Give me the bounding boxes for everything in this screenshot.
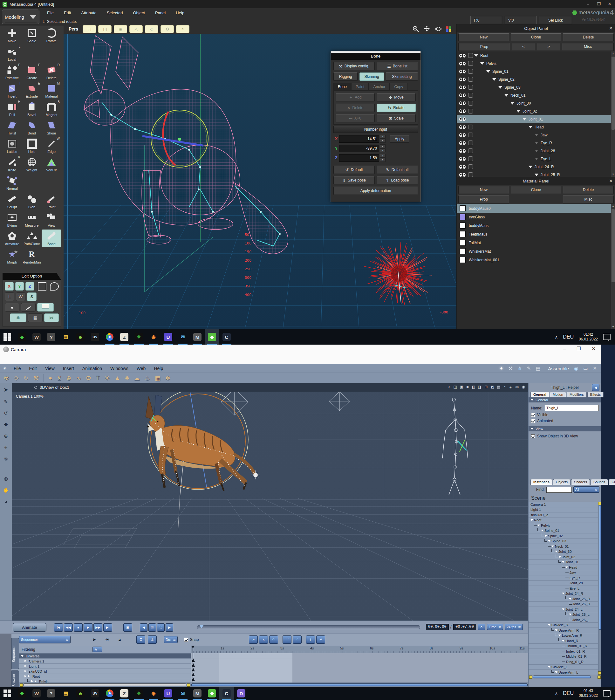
apply-deformation-button[interactable]: Apply deformation (334, 187, 418, 195)
timeline-row-universe[interactable]: Universe (19, 653, 191, 659)
object-tree-row[interactable]: Head (457, 123, 615, 131)
scale-tool-icon[interactable]: ⚒ (33, 374, 39, 382)
tween-formula-button[interactable]: ƒ (306, 636, 315, 644)
close-icon[interactable]: ✕ (604, 0, 615, 8)
rect-select-icon[interactable] (38, 282, 47, 290)
back-arrow-button[interactable]: ◀ (592, 384, 600, 391)
visibility-eyes-icon[interactable] (459, 157, 466, 161)
grid-snap-button[interactable]: ▦ (28, 313, 42, 322)
menu-file[interactable]: File (10, 364, 25, 373)
tool-bone[interactable]: Bone (42, 229, 61, 247)
spin-up-icon[interactable]: ▲ (380, 144, 386, 148)
keyframe-icon[interactable] (192, 677, 195, 681)
expand-icon[interactable] (538, 525, 540, 526)
panel-button-clone[interactable]: Clone (511, 186, 562, 194)
texture-room-icon[interactable]: ✎ (527, 365, 531, 371)
menu-file[interactable]: File (42, 8, 58, 18)
scene-tree-row[interactable]: Camera 1 (529, 502, 601, 507)
expand-icon[interactable] (511, 102, 514, 104)
tool-bend[interactable]: Bend (22, 119, 42, 136)
pan-icon[interactable] (423, 25, 431, 33)
add-key-button[interactable]: ⚿ (148, 623, 156, 632)
split-2-icon[interactable]: ◧ (471, 385, 475, 390)
taskbar-app-marmoset[interactable]: M (190, 687, 205, 700)
material-row[interactable]: boddyMaus (457, 221, 615, 230)
visibility-eyes-icon[interactable] (459, 101, 466, 105)
expand-icon[interactable] (555, 551, 557, 552)
tool-twist[interactable]: Twist (2, 119, 22, 136)
delete-key-button[interactable]: ⛶ (157, 623, 165, 632)
maximize-icon[interactable]: ❐ (593, 0, 604, 8)
scene-tree-row[interactable]: Joint_25_R (529, 596, 601, 602)
menu-help[interactable]: Help (171, 8, 189, 18)
bone-scale-button[interactable]: ⊡Scale (377, 114, 416, 122)
sel-lock-button[interactable]: Sel Lock (539, 16, 572, 24)
expand-icon[interactable] (558, 556, 561, 558)
view-shade-button[interactable]: △ (129, 25, 143, 33)
tool-view[interactable]: View (42, 211, 61, 228)
expand-icon[interactable] (535, 174, 538, 176)
next-key-button[interactable]: ▶ (166, 623, 173, 632)
default-all-button[interactable]: ↻Default all (377, 166, 418, 174)
timeline-row-skinu3d_id[interactable]: skinU3D_id (19, 669, 191, 674)
visible-checkbox[interactable] (531, 413, 535, 417)
bone-tab-anchor[interactable]: Anchor (369, 83, 390, 90)
visibility-eyes-icon[interactable] (459, 173, 466, 177)
end-time-field[interactable]: 00:07:00 (453, 624, 476, 630)
scroll-down-icon[interactable]: ▼ (611, 172, 615, 177)
tool-scale[interactable]: Scale (22, 27, 42, 44)
scene-tree-row[interactable]: Eye_L (529, 586, 601, 591)
expand-icon[interactable] (486, 70, 490, 73)
material-row[interactable]: TailMat (457, 238, 615, 247)
axis-x-button[interactable]: X (5, 282, 14, 290)
tool-pull[interactable]: HPull (2, 100, 22, 118)
fast-forward-button[interactable]: ▶▶ (93, 623, 102, 632)
show-object-checkbox[interactable] (531, 434, 535, 438)
tool-vertclr[interactable]: VertClr (42, 156, 61, 173)
scene-tree-row[interactable]: Root (529, 518, 601, 523)
record-button[interactable]: ▣ (123, 623, 132, 632)
scene-tree-row[interactable]: Joint_25_L (529, 612, 601, 618)
edit-l-button[interactable]: L (5, 292, 14, 301)
bone-tab-copy[interactable]: Copy (390, 83, 407, 90)
taskbar-app-metasequoia[interactable]: ◆ (205, 687, 219, 700)
expand-icon[interactable] (551, 546, 554, 547)
insert-plant-icon[interactable]: ♣ (125, 374, 129, 382)
sequencer-dropdown[interactable]: Sequencer≋ (19, 636, 71, 643)
select-point-button[interactable] (5, 303, 20, 312)
expand-icon[interactable] (562, 592, 564, 595)
time-slider[interactable] (197, 625, 420, 629)
expand-icon[interactable] (523, 118, 526, 121)
panel-icon[interactable]: ▭ (583, 365, 588, 371)
panel-button-misc[interactable]: Misc (563, 196, 614, 203)
expand-icon[interactable] (562, 640, 564, 642)
scene-tree-row[interactable]: Joint_24_R (529, 591, 601, 597)
select-tool-icon[interactable]: ✾ (4, 374, 9, 382)
expand-icon[interactable] (530, 519, 533, 521)
scroll-up-icon[interactable]: ▲ (611, 51, 615, 56)
taskbar-app-uv-mapper[interactable]: UV (88, 687, 102, 700)
current-time-field[interactable]: 00:00:00 (426, 624, 449, 630)
pan-hand-icon[interactable]: ✋ (3, 487, 9, 493)
rotate-view-icon[interactable]: ↺ (4, 410, 8, 416)
slider-thumb-icon[interactable] (199, 625, 204, 628)
scene-tree-row[interactable]: Hand_R (529, 638, 601, 644)
scene-tree-row[interactable]: Neck_01 (529, 544, 601, 549)
menu-edit[interactable]: Edit (25, 364, 41, 373)
material-row[interactable]: WhiskersMat (457, 247, 615, 255)
visibility-eyes-icon[interactable] (459, 54, 466, 58)
fps-dropdown[interactable]: 24 fps≋ (505, 624, 523, 630)
object-tree-row[interactable]: Spine_02 (457, 75, 615, 83)
scene-tree-row[interactable]: Middle_01_R (529, 654, 601, 660)
tool-hole[interactable]: Hole (22, 137, 42, 155)
scroll-up-icon[interactable]: ▲ (611, 204, 615, 209)
close-icon[interactable]: ✕ (609, 24, 613, 33)
taskbar-app-w3-app[interactable]: W (29, 329, 44, 345)
scene-tree-row[interactable]: Light 1 (529, 507, 601, 513)
color-palette-icon[interactable] (446, 26, 451, 32)
collapse-icon[interactable] (530, 399, 534, 401)
light-mode-icon[interactable]: ☀ (105, 637, 109, 642)
zoom-icon[interactable] (412, 25, 419, 33)
animated-checkbox[interactable] (531, 419, 535, 423)
tray-expand-icon[interactable]: ∧ (555, 335, 558, 339)
